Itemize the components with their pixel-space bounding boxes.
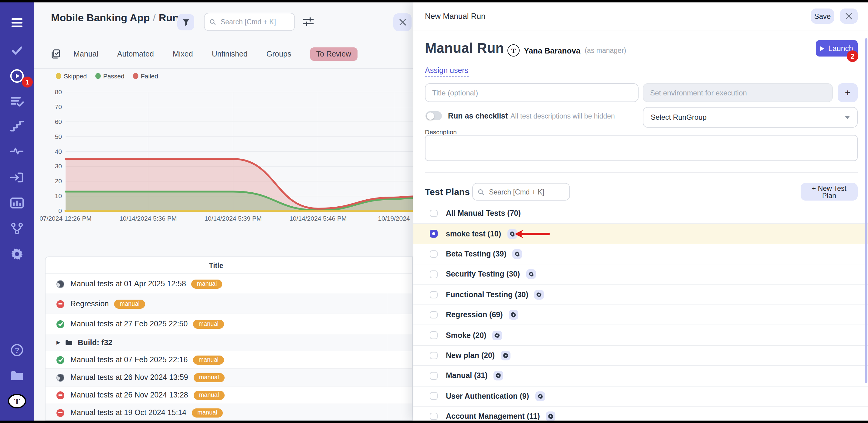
plan-checkbox[interactable] [430,413,437,420]
sidebar-item-steps[interactable] [0,118,34,135]
tab-automated[interactable]: Automated [117,50,154,58]
plan-label[interactable]: smoke test (10) [446,229,501,238]
plan-settings-button[interactable] [494,371,503,381]
tab-mixed[interactable]: Mixed [173,50,193,58]
plan-checkbox[interactable] [430,351,437,359]
plan-settings-button[interactable] [546,412,556,421]
assign-users-link[interactable]: Assign users [425,66,468,77]
environment-input[interactable] [643,83,833,102]
test-plan-row[interactable]: All Manual Tests (70) [413,204,868,224]
tab-to-review[interactable]: To Review [310,48,357,61]
run-title[interactable]: Regression [70,300,108,308]
plan-checkbox[interactable] [430,372,437,379]
tab-groups[interactable]: Groups [267,50,291,58]
test-plan-row[interactable]: User Authentication (9) [413,386,868,406]
plan-checkbox[interactable] [430,392,437,400]
tab-manual[interactable]: Manual [73,50,98,58]
plan-settings-button[interactable] [509,310,519,320]
breadcrumb-project[interactable]: Mobile Banking App [51,12,150,24]
plan-label[interactable]: Security Testing (30) [446,270,520,279]
view-settings-button[interactable] [303,17,314,29]
test-plan-row[interactable]: New plan (20) [413,345,868,366]
close-runs-filter-button[interactable] [393,13,411,31]
sidebar-item-branches[interactable] [0,220,34,237]
plan-checkbox-checked[interactable] [430,230,437,237]
plan-settings-button[interactable] [492,330,502,340]
run-title[interactable]: Manual tests at 07 Feb 2025 22:16 [70,356,188,364]
test-plans-search[interactable] [472,183,570,201]
plan-label[interactable]: Beta Testing (39) [446,250,506,258]
plan-label[interactable]: New plan (20) [446,351,495,360]
sidebar-item-import[interactable] [0,169,34,186]
panel-scrollbar[interactable] [865,38,867,383]
sidebar-item-help[interactable]: ? [0,342,34,359]
plan-label[interactable]: All Manual Tests (70) [446,209,521,218]
add-environment-button[interactable]: + [838,83,858,102]
plan-settings-button[interactable] [501,351,510,360]
group-title[interactable]: Build: f32 [78,338,112,347]
plan-checkbox[interactable] [430,250,437,258]
table-row[interactable]: Manual tests at 01 Apr 2025 12:58 manual [45,274,412,294]
tab-unfinished[interactable]: Unfinished [212,50,248,58]
table-row[interactable]: Manual tests at 19 Oct 2024 15:14 manual [45,404,412,421]
sidebar-item-settings[interactable] [0,246,34,262]
plan-checkbox[interactable] [430,291,437,299]
runs-search[interactable] [204,13,295,31]
test-plan-row[interactable]: Functional Testing (30) [413,285,868,305]
test-plan-row[interactable]: Manual (31) [413,366,868,386]
plan-label[interactable]: User Authentication (9) [446,392,529,400]
filter-button[interactable] [177,14,194,30]
plan-checkbox[interactable] [430,210,437,217]
run-title[interactable]: Manual tests at 26 Nov 2024 13:59 [70,373,188,382]
new-test-plan-button[interactable]: + New Test Plan [801,183,858,201]
stacked-area-chart[interactable]: 0102030405060708007/2024 12:26 PM10/14/2… [34,86,413,229]
save-button[interactable]: Save [811,8,834,24]
table-row[interactable]: Manual tests at 26 Nov 2024 13:59 manual [45,369,412,387]
test-plan-row-selected[interactable]: smoke test (10) [413,224,868,244]
plan-label[interactable]: Regression (69) [446,311,503,319]
plan-label[interactable]: Account Management (11) [446,412,540,421]
run-title[interactable]: Manual tests at 26 Nov 2024 13:28 [70,391,188,399]
menu-button[interactable] [0,14,34,31]
search-input[interactable] [219,18,289,26]
test-plan-row[interactable]: Security Testing (30) [413,264,868,285]
close-drawer-button[interactable] [840,8,858,24]
description-textarea[interactable] [425,135,858,161]
sidebar-item-reports[interactable] [0,195,34,212]
expand-caret-icon[interactable]: ▶ [57,340,60,345]
table-row[interactable]: Manual tests at 27 Feb 2025 22:50 manual [45,314,412,334]
plan-checkbox[interactable] [430,271,437,278]
chart-legend: Skipped Passed Failed [56,72,158,80]
test-plan-row[interactable]: Regression (69) [413,305,868,326]
run-as-checklist-toggle[interactable] [426,111,442,120]
sidebar-item-suites[interactable] [0,93,34,110]
table-row[interactable]: Regression manual [45,294,412,314]
test-plan-row[interactable]: Smoke (20) [413,326,868,346]
plan-settings-button[interactable] [535,391,545,401]
sidebar-item-tests[interactable] [0,42,34,59]
test-plan-row[interactable]: Beta Testing (39) [413,244,868,265]
column-title[interactable]: Title [45,262,386,269]
table-row[interactable]: Manual tests at 07 Feb 2025 22:16 manual [45,351,412,369]
plan-settings-button[interactable] [534,290,544,300]
sidebar-item-pulse[interactable] [0,143,34,160]
plan-settings-button[interactable] [526,270,536,279]
table-row[interactable]: Manual tests at 26 Nov 2024 13:28 manual [45,387,412,404]
run-title[interactable]: Manual tests at 19 Oct 2024 15:14 [70,408,186,417]
rungroup-select[interactable]: Select RunGroup [643,107,858,128]
test-plans-search-input[interactable] [488,188,564,196]
plan-label[interactable]: Manual (31) [446,372,488,380]
run-title-input[interactable] [425,83,639,102]
run-title[interactable]: Manual tests at 01 Apr 2025 12:58 [70,280,186,288]
table-group-row[interactable]: ▶ Build: f32 [45,334,412,351]
plan-label[interactable]: Functional Testing (30) [446,290,528,299]
run-title[interactable]: Manual tests at 27 Feb 2025 22:50 [70,320,188,328]
test-plan-row[interactable]: Account Management (11) [413,406,868,421]
plan-settings-button[interactable] [513,249,522,259]
plan-label[interactable]: Smoke (20) [446,331,486,339]
app-logo[interactable]: T [0,393,34,410]
plan-checkbox[interactable] [430,311,437,319]
checklist-tab-button[interactable] [51,49,60,59]
plan-checkbox[interactable] [430,332,437,339]
sidebar-item-projects[interactable] [0,367,34,384]
